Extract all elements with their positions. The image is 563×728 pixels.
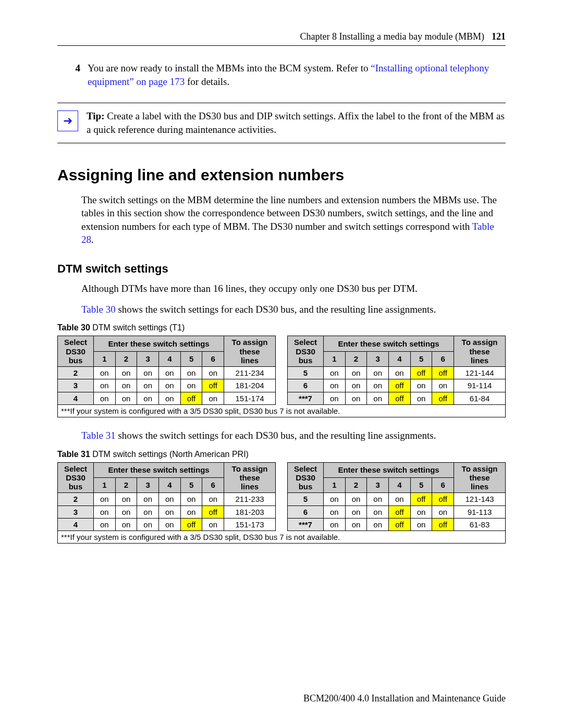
th-switch-3: 3 bbox=[137, 351, 159, 366]
cell-switch: off bbox=[202, 505, 224, 518]
cell-switch: on bbox=[367, 379, 389, 392]
cell-switch: on bbox=[345, 367, 367, 379]
chapter-title: Chapter 8 Installing a media bay module … bbox=[300, 31, 484, 42]
cell-switch: on bbox=[115, 493, 137, 505]
cell-switch: off bbox=[180, 392, 202, 404]
th-switch-2: 2 bbox=[115, 351, 137, 366]
cell-switch: on bbox=[159, 505, 181, 518]
th-switch-3: 3 bbox=[367, 351, 389, 366]
cell-switch: on bbox=[410, 379, 432, 392]
cell-switch: on bbox=[324, 379, 346, 392]
cell-switch: on bbox=[94, 367, 116, 379]
cell-lines: 211-233 bbox=[224, 493, 276, 505]
cell-switch: on bbox=[94, 392, 116, 404]
switch-table: SelectDS30busEnter these switch settings… bbox=[287, 336, 506, 405]
table-row: 6onononoffonon91-113 bbox=[288, 505, 506, 518]
cell-switch: on bbox=[137, 493, 159, 505]
dtm-para-2: Table 30 shows the switch settings for e… bbox=[81, 303, 506, 316]
th-switch-6: 6 bbox=[202, 477, 224, 492]
cell-switch: on bbox=[432, 379, 454, 392]
cell-switch: off bbox=[432, 367, 454, 379]
table-30-footnote: ***If your system is configured with a 3… bbox=[57, 405, 506, 417]
cell-switch: on bbox=[367, 493, 389, 505]
table-row: ***7onononoffonoff61-83 bbox=[288, 518, 506, 530]
th-select-ds30: SelectDS30bus bbox=[58, 462, 94, 493]
cell-bus: 5 bbox=[288, 367, 324, 379]
cell-lines: 91-113 bbox=[454, 505, 506, 518]
cell-bus: 4 bbox=[58, 392, 94, 404]
cell-switch: on bbox=[180, 505, 202, 518]
cell-switch: off bbox=[389, 518, 411, 530]
cell-bus: 6 bbox=[288, 379, 324, 392]
th-enter-settings: Enter these switch settings bbox=[324, 462, 454, 477]
cell-switch: on bbox=[410, 392, 432, 404]
cell-switch: on bbox=[137, 367, 159, 379]
cell-bus: 2 bbox=[58, 367, 94, 379]
dtm-para-1: Although DTMs have more than 16 lines, t… bbox=[81, 282, 506, 295]
th-switch-6: 6 bbox=[432, 351, 454, 366]
cell-switch: off bbox=[389, 379, 411, 392]
cell-switch: on bbox=[115, 367, 137, 379]
th-assign-lines: To assigntheselines bbox=[454, 462, 506, 493]
cell-switch: on bbox=[94, 505, 116, 518]
document-page: Chapter 8 Installing a media bay module … bbox=[0, 0, 563, 728]
cell-switch: on bbox=[432, 505, 454, 518]
cell-switch: off bbox=[180, 518, 202, 530]
th-select-ds30: SelectDS30bus bbox=[288, 336, 324, 367]
link-table-31[interactable]: Table 31 bbox=[81, 430, 116, 441]
cell-bus: 3 bbox=[58, 379, 94, 392]
cell-switch: on bbox=[94, 518, 116, 530]
table-31-footnote: ***If your system is configured with a 3… bbox=[57, 531, 506, 544]
cell-switch: on bbox=[180, 493, 202, 505]
th-switch-2: 2 bbox=[345, 477, 367, 492]
cell-switch: off bbox=[432, 493, 454, 505]
th-switch-4: 4 bbox=[389, 477, 411, 492]
cell-bus: 6 bbox=[288, 505, 324, 518]
cell-switch: on bbox=[159, 518, 181, 530]
arrow-right-icon: ➜ bbox=[57, 110, 78, 131]
cell-switch: on bbox=[202, 518, 224, 530]
link-table-30[interactable]: Table 30 bbox=[81, 304, 116, 315]
cell-switch: on bbox=[202, 493, 224, 505]
cell-switch: on bbox=[137, 505, 159, 518]
th-switch-4: 4 bbox=[159, 477, 181, 492]
cell-switch: on bbox=[180, 367, 202, 379]
intro-paragraph: The switch settings on the MBM determine… bbox=[81, 193, 506, 247]
cell-switch: on bbox=[159, 392, 181, 404]
th-switch-1: 1 bbox=[324, 351, 346, 366]
table-30: SelectDS30busEnter these switch settings… bbox=[57, 336, 506, 405]
switch-table: SelectDS30busEnter these switch settings… bbox=[57, 336, 276, 405]
th-switch-3: 3 bbox=[137, 477, 159, 492]
dtm-para-3: Table 31 shows the switch settings for e… bbox=[81, 429, 506, 442]
table-row: 2onononononon211-233 bbox=[58, 493, 276, 505]
cell-switch: on bbox=[115, 379, 137, 392]
caption-table-31: Table 31 DTM switch settings (North Amer… bbox=[57, 450, 506, 459]
cell-bus: 4 bbox=[58, 518, 94, 530]
step-text: You are now ready to install the MBMs in… bbox=[88, 61, 506, 88]
th-enter-settings: Enter these switch settings bbox=[94, 336, 224, 351]
footer-text: BCM200/400 4.0 Installation and Maintena… bbox=[303, 693, 506, 704]
cell-switch: off bbox=[389, 505, 411, 518]
cell-switch: on bbox=[410, 518, 432, 530]
cell-lines: 61-83 bbox=[454, 518, 506, 530]
th-switch-2: 2 bbox=[345, 351, 367, 366]
table-31: SelectDS30busEnter these switch settings… bbox=[57, 462, 506, 532]
cell-switch: on bbox=[115, 392, 137, 404]
th-switch-1: 1 bbox=[94, 351, 116, 366]
table-row: 4ononononoffon151-174 bbox=[58, 392, 276, 404]
page-number: 121 bbox=[492, 31, 506, 42]
th-switch-3: 3 bbox=[367, 477, 389, 492]
th-switch-5: 5 bbox=[410, 351, 432, 366]
cell-switch: on bbox=[202, 392, 224, 404]
tip-box: ➜ Tip: Create a label with the DS30 bus … bbox=[57, 103, 506, 143]
switch-table: SelectDS30busEnter these switch settings… bbox=[57, 462, 276, 532]
cell-switch: on bbox=[115, 505, 137, 518]
cell-switch: on bbox=[324, 392, 346, 404]
th-assign-lines: To assigntheselines bbox=[224, 336, 276, 367]
cell-lines: 121-143 bbox=[454, 493, 506, 505]
th-switch-4: 4 bbox=[159, 351, 181, 366]
th-select-ds30: SelectDS30bus bbox=[58, 336, 94, 367]
cell-bus: ***7 bbox=[288, 518, 324, 530]
cell-bus: 2 bbox=[58, 493, 94, 505]
th-switch-6: 6 bbox=[202, 351, 224, 366]
